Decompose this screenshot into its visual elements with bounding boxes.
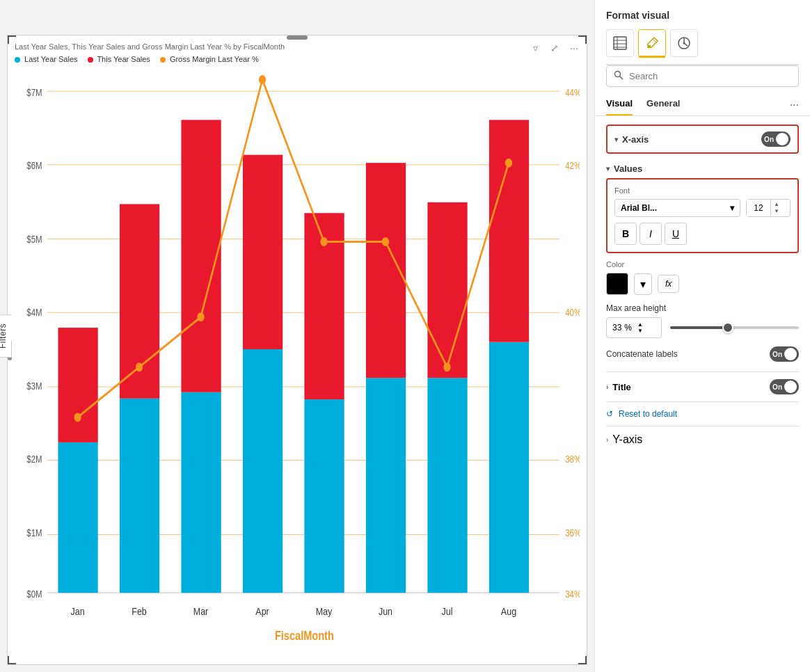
x-axis-toggle[interactable]: On [761,131,791,147]
reset-row[interactable]: ↺ Reset to default [606,401,799,426]
x-axis-section-header[interactable]: ▾ X-axis On [606,125,799,154]
search-box[interactable] [606,65,799,87]
svg-text:34%: 34% [565,588,580,599]
font-row: Arial Bl... ▾ ▲ ▼ [614,199,791,217]
svg-rect-30 [304,399,344,593]
svg-point-43 [382,237,389,246]
legend-dot-ly [15,57,20,63]
slider-fill [670,326,728,329]
title-section[interactable]: › Title On [606,371,799,401]
percent-up[interactable]: ▲ [637,321,643,328]
right-panel: Format visual [594,0,810,672]
svg-point-38 [74,413,81,422]
concatenate-toggle-circle [784,348,797,360]
fx-button[interactable]: fx [658,275,679,293]
search-input[interactable] [629,71,791,81]
svg-rect-23 [58,328,97,442]
tab-general[interactable]: General [646,94,680,115]
font-size-box[interactable]: ▲ ▼ [746,199,791,217]
italic-button[interactable]: I [640,223,662,245]
chart-svg: $7M $6M $5M $4M $3M $2M $1M $0M 44% 42% … [15,69,580,642]
svg-text:$0M: $0M [26,588,42,599]
svg-point-40 [197,312,204,321]
expand-icon[interactable]: ⤢ [548,41,562,55]
filters-label: Filters [0,323,8,349]
resize-handle-bl[interactable] [8,656,16,664]
font-box: Font Arial Bl... ▾ ▲ ▼ B [606,178,799,253]
format-icon-paint[interactable] [638,29,666,57]
x-axis-chevron: ▾ [614,136,618,143]
slider-thumb[interactable] [722,322,733,333]
svg-rect-34 [427,378,467,593]
svg-text:42%: 42% [565,160,580,171]
x-axis-toggle-circle [776,133,788,145]
filter-icon[interactable]: ▿ [528,41,542,55]
color-chevron: ▾ [640,278,646,291]
values-subsection: ▾ Values Font Arial Bl... ▾ ▲ ▼ [606,159,799,362]
svg-rect-35 [427,202,467,378]
max-area-label: Max area height [606,303,799,313]
svg-point-42 [320,237,327,246]
font-size-input[interactable] [747,200,770,216]
legend-item-gm: Gross Margin Last Year % [160,55,259,63]
tab-more[interactable]: ··· [790,99,799,111]
svg-text:FiscalMonth: FiscalMonth [275,629,334,642]
svg-point-62 [683,42,685,45]
reset-label: Reset to default [619,409,677,419]
svg-rect-37 [489,120,529,342]
more-icon[interactable]: ··· [567,41,581,55]
svg-text:38%: 38% [565,454,580,465]
svg-text:44%: 44% [565,86,580,97]
format-icons [606,29,799,57]
font-family-select[interactable]: Arial Bl... ▾ [614,199,740,217]
svg-text:36%: 36% [565,527,580,538]
percent-down[interactable]: ▼ [637,328,643,334]
chart-toolbar: ▿ ⤢ ··· [528,41,581,55]
svg-point-45 [505,159,512,168]
format-icon-analytics[interactable] [670,29,698,57]
percent-unit: % [624,323,632,333]
svg-text:40%: 40% [565,307,580,318]
values-label: Values [614,163,642,174]
svg-text:Aug: Aug [501,605,516,618]
slider-track[interactable] [670,326,799,329]
resize-handle-top[interactable] [287,35,308,40]
panel-body: ▾ X-axis On ▾ Values Font Arial Bl... ▾ [595,116,810,672]
color-dropdown[interactable]: ▾ [634,273,652,295]
y-axis-section[interactable]: › Y-axis [606,426,799,453]
svg-point-44 [443,362,450,371]
font-size-up[interactable]: ▲ [774,201,779,208]
chart-title: Last Year Sales, This Year Sales and Gro… [15,42,580,51]
format-icon-visual[interactable] [606,29,634,57]
max-area-section: Max area height 33 % ▲ ▼ [606,303,799,338]
bold-button[interactable]: B [614,223,637,245]
svg-text:Apr: Apr [255,605,269,618]
svg-rect-27 [181,120,221,392]
legend-dot-gm [160,57,166,63]
resize-handle-br[interactable] [578,656,587,664]
font-size-down[interactable]: ▼ [774,208,779,215]
svg-text:$3M: $3M [26,381,42,392]
reset-icon: ↺ [606,409,613,419]
tab-row: Visual General ··· [595,94,810,116]
color-row: ▾ fx [606,273,799,295]
x-axis-label: X-axis [622,134,649,145]
concatenate-toggle[interactable]: On [770,346,799,362]
color-swatch[interactable] [606,273,628,295]
title-toggle[interactable]: On [770,379,799,394]
percent-input[interactable]: 33 % ▲ ▼ [606,317,662,338]
svg-rect-22 [58,442,97,593]
title-toggle-label: On [772,383,782,391]
svg-point-41 [259,75,266,84]
legend-item-ly: Last Year Sales [15,55,78,63]
search-icon [614,70,624,82]
filters-tab[interactable]: Filters [0,314,12,358]
legend-item-ty: This Year Sales [88,55,150,63]
underline-button[interactable]: U [665,223,687,245]
resize-handle-tl[interactable] [8,35,16,44]
font-size-arrows: ▲ ▼ [770,200,782,216]
tab-visual[interactable]: Visual [606,94,633,115]
svg-text:$5M: $5M [26,234,42,245]
values-header[interactable]: ▾ Values [606,159,799,178]
panel-title: Format visual [606,10,799,21]
